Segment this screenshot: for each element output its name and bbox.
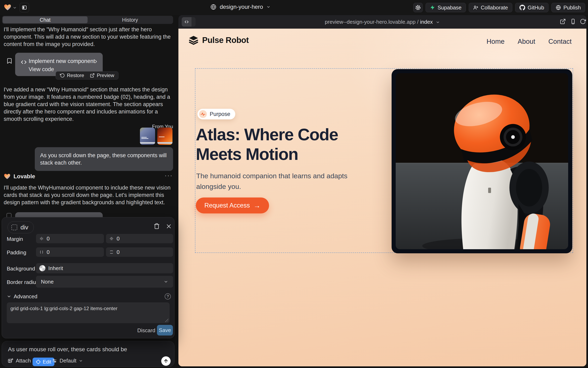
open-in-new-tab-button[interactable] [560,18,566,25]
url-separator: / [417,19,419,25]
margin-y-value: 0 [117,236,120,242]
background-label: Background [7,266,35,272]
supabase-bolt-icon [430,5,435,10]
collaborate-label: Collaborate [481,4,508,11]
project-chevron-down-icon [266,5,270,9]
chat-composer[interactable]: As user mouse roll over, these cards sho… [2,341,174,367]
chat-history-tabs: Chat History [2,16,173,24]
attach-button[interactable]: Attach [8,358,31,364]
github-button[interactable]: GitHub [515,3,549,12]
margin-label: Margin [7,236,23,242]
margin-y-input[interactable]: 0 [106,234,173,243]
preview-button[interactable]: Preview [90,73,114,78]
attachment-thumbnail-blue[interactable] [140,128,155,145]
site-brand[interactable]: Pulse Robot [188,35,249,45]
nav-about[interactable]: About [518,38,535,45]
request-access-button[interactable]: Request Access → [196,197,269,213]
topbar: design-your-hero Supabase Co [0,0,588,15]
github-label: GitHub [528,4,544,11]
preview-url-bar[interactable]: preview--design-your-hero.lovable.app / … [178,19,586,25]
border-radius-value: None [41,279,54,285]
publish-button[interactable]: Publish [551,3,585,12]
mode-chevron-down-icon [79,359,83,363]
tailwind-classes-value: grid grid-cols-1 lg:grid-cols-2 gap-12 i… [10,306,117,311]
edit-mode-button[interactable]: Edit [33,358,54,366]
user-plus-icon [473,5,478,10]
project-switcher[interactable]: design-your-hero [210,4,270,10]
send-button[interactable] [161,356,171,366]
lovable-heart-icon-small [4,173,11,180]
settings-button[interactable] [413,3,423,12]
request-access-label: Request Access [204,202,250,209]
select-chevron-down-icon [164,279,168,284]
arrow-right-icon: → [254,202,260,210]
assistant-message-3: I'll update the WhyHumanoid component to… [4,184,173,206]
delete-element-button[interactable] [154,223,160,229]
hero-heading: Atlas: Where Code Meets Motion [196,125,361,164]
attachment-thumbnail-orange[interactable] [157,128,172,145]
assistant-message-2: I've added a new "Why Humanoid" section … [4,86,173,123]
component-card-title: Implement new component [29,58,95,64]
external-link-icon [90,73,95,78]
message-menu-button[interactable]: ··· [164,171,173,179]
layers-icon [188,35,199,45]
robot-image [396,73,568,249]
sidebar-toggle-button[interactable] [20,3,29,12]
padding-y-value: 0 [117,249,120,255]
tailwind-classes-textarea[interactable]: grid grid-cols-1 lg:grid-cols-2 gap-12 i… [7,302,170,323]
mobile-view-button[interactable] [570,18,576,25]
page-chevron-down-icon [436,20,440,24]
close-panel-button[interactable] [166,223,172,229]
workspace-chevron-down-icon[interactable] [13,6,17,10]
element-inspector-panel: div Margin 0 0 Padding 0 0 Background [2,217,174,338]
background-input[interactable]: Inherit [36,263,173,273]
mode-select[interactable]: Default [52,358,83,364]
discard-button[interactable]: Discard [137,327,155,334]
purpose-badge: Purpose [198,109,235,120]
nav-home[interactable]: Home [486,38,504,45]
padding-x-input[interactable]: 0 [36,247,104,257]
save-button[interactable]: Save [157,325,173,335]
edit-label: Edit [43,359,51,365]
chevron-right-icon [93,59,99,64]
preview-window: preview--design-your-hero.lovable.app / … [178,15,586,366]
assistant-header: Lovable [4,173,35,180]
background-value: Inherit [48,265,63,272]
preview-url: preview--design-your-hero.lovable.app [325,19,416,25]
tab-history[interactable]: History [87,16,172,23]
dashed-selection-icon [11,224,17,230]
collaborate-button[interactable]: Collaborate [469,3,512,12]
assistant-message-1: I'll implement the "Why Humanoid" sectio… [4,26,173,48]
padding-x-value: 0 [47,249,49,255]
github-icon [520,5,525,10]
refresh-button[interactable] [580,18,586,25]
restore-icon [60,73,65,78]
supabase-button[interactable]: Supabase [426,3,466,12]
card-hover-actions: Restore Preview [56,71,118,80]
padding-label: Padding [7,249,26,256]
hero-robot-card [392,69,572,253]
bookmark-icon[interactable] [6,58,13,64]
advanced-chevron-down-icon[interactable] [7,294,11,299]
margin-x-input[interactable]: 0 [36,234,104,243]
app-window: design-your-hero Supabase Co [0,0,588,368]
border-radius-select[interactable]: None [36,276,173,288]
site-brand-name: Pulse Robot [202,36,249,45]
view-code-link[interactable]: View code [29,66,54,73]
resize-grip[interactable] [165,319,168,322]
globe-icon [210,4,217,10]
selected-element-pill[interactable]: div [8,221,34,233]
lovable-heart-icon[interactable] [4,3,11,11]
padding-y-input[interactable]: 0 [106,247,173,257]
restore-label: Restore [67,73,84,78]
tab-chat[interactable]: Chat [3,16,87,23]
nav-contact[interactable]: Contact [548,38,572,45]
supabase-label: Supabase [438,4,462,11]
margin-x-value: 0 [47,236,49,242]
border-radius-label: Border radius [7,279,39,285]
composer-input[interactable]: As user mouse roll over, these cards sho… [8,346,127,353]
help-icon[interactable]: ? [165,293,171,300]
advanced-label[interactable]: Advanced [14,293,38,300]
gear-icon [415,5,421,10]
restore-button[interactable]: Restore [60,73,84,78]
